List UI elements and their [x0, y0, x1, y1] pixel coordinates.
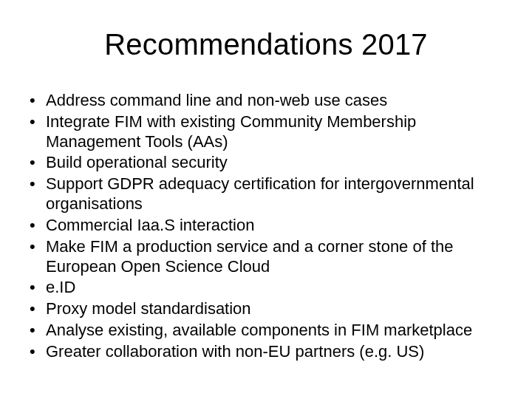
slide-body: Address command line and non-web use cas… [0, 91, 532, 362]
slide-title: Recommendations 2017 [0, 28, 532, 61]
list-item: Integrate FIM with existing Community Me… [24, 112, 508, 152]
list-item: e.ID [24, 278, 508, 298]
list-item: Address command line and non-web use cas… [24, 91, 508, 111]
slide: Recommendations 2017 Address command lin… [0, 28, 532, 399]
list-item: Commercial Iaa.S interaction [24, 216, 508, 236]
list-item: Make FIM a production service and a corn… [24, 237, 508, 277]
bullet-list: Address command line and non-web use cas… [24, 91, 508, 362]
list-item: Build operational security [24, 153, 508, 173]
list-item: Greater collaboration with non-EU partne… [24, 342, 508, 362]
list-item: Proxy model standardisation [24, 299, 508, 319]
list-item: Support GDPR adequacy certification for … [24, 174, 508, 214]
list-item: Analyse existing, available components i… [24, 321, 508, 341]
